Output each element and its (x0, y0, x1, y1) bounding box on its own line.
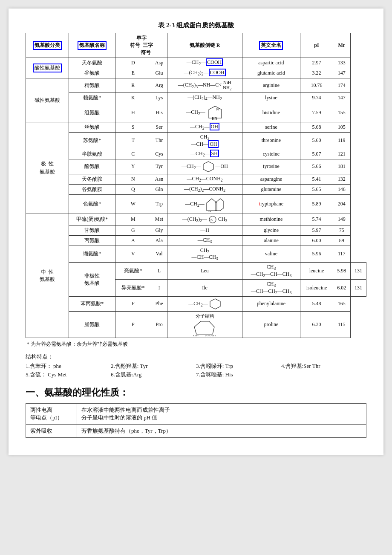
single-letter: L (151, 263, 167, 280)
table-title: 表 2-3 组成蛋白质的氨基酸 (26, 21, 366, 29)
three-letter: Gln (151, 184, 167, 194)
pI-val: 5.97 (300, 225, 333, 235)
single-letter: Y (115, 159, 151, 174)
side-chain: —CH2— —OH (167, 159, 242, 174)
english-name: tyrosine (242, 159, 300, 174)
english-name: histidine (242, 103, 300, 122)
side-chain: CH3 —CH—CH3 (167, 246, 242, 263)
category-header: 氨基酸分类 (33, 41, 62, 50)
struct-item-4: 4.含羟基:Ser Thr (281, 362, 366, 370)
english-name: glutamic acid (242, 68, 300, 78)
struct-item-3: 3.含吲哚环: Trp (196, 362, 281, 370)
Mr-val: 131 (350, 280, 366, 297)
aa-name: 甲硫(蛋)氨酸* (69, 214, 115, 225)
pI-val: 5.41 (300, 174, 333, 184)
prop-term-1: 两性电离等电点（pI） (26, 403, 77, 424)
single-letter: A (115, 235, 151, 246)
aa-name: 谷氨酰胺 (69, 184, 115, 194)
side-chain: —H (167, 225, 242, 235)
svg-marker-9 (210, 299, 220, 309)
side-chain: 分子结构 NH COOH (167, 311, 242, 338)
three-letter: Leu (167, 263, 242, 280)
aa-name: 脯氨酸 (69, 311, 115, 338)
three-letter: Arg (151, 78, 167, 93)
single-letter: Q (115, 184, 151, 194)
table-row: 酪氨酸 Y Tyr —CH2— —OH tyrosine 5.66 181 (26, 159, 366, 174)
main-heading: 一、氨基酸的理化性质： (26, 386, 366, 399)
side-chain: —CH2— H (167, 194, 242, 214)
three-letter: Gly (151, 225, 167, 235)
side-chain: —(CH2)3—NH—C< NiHNH2 (167, 78, 242, 93)
pI-val: 5.74 (300, 214, 333, 225)
side-chain: —CH2—SH (167, 149, 242, 159)
table-note: ＊为营养必需氨基酸；余为营养非必需氨基酸 (26, 341, 366, 348)
pI-val: 5.96 (300, 246, 333, 263)
page: 表 2-3 组成蛋白质的氨基酸 氨基酸分类 氨基酸名称 单字符号 三字 符号 氨… (9, 9, 383, 455)
aa-name: 赖氨酸* (69, 93, 115, 103)
single-letter: R (115, 78, 151, 93)
single-letter: W (115, 194, 151, 214)
pI-val: 5.89 (300, 194, 333, 214)
side-chain: —(CH2)4—NH2 (167, 93, 242, 103)
table-row: 丙氨酸 A Ala —CH3 alanine 6.00 89 (26, 235, 366, 246)
Mr-val: 155 (333, 103, 350, 122)
english-name: asparagine (242, 174, 300, 184)
table-row: 谷氨酰胺 Q Gln —(CH2)2—CONH2 glutamine 5.65 … (26, 184, 366, 194)
Mr-val: 147 (333, 93, 350, 103)
Mr-val: 131 (350, 263, 366, 280)
aa-name: 谷氨酸 (69, 68, 115, 78)
svg-text:N: N (216, 107, 219, 111)
table-row: 半胱氨酸 C Cys —CH2—SH cysteine 5.07 121 (26, 149, 366, 159)
pI-val: 7.59 (300, 103, 333, 122)
aa-name: 苏氨酸* (69, 133, 115, 149)
svg-text:S: S (210, 218, 213, 222)
side-chain: —CH2—COOH (167, 58, 242, 68)
struct-item-5: 5.含硫： Cys Met (26, 371, 111, 379)
pI-val: 9.74 (300, 93, 333, 103)
struct-item-2: 2.含酚羟基: Tyr (111, 362, 196, 370)
single-letter: H (115, 103, 151, 122)
english-name: leucine (300, 263, 333, 280)
pI-val: 5.98 (333, 263, 350, 280)
aa-name: 苯丙氨酸* (69, 296, 115, 311)
three-letter: Met (151, 214, 167, 225)
col-Mr: Mr (333, 33, 350, 58)
english-name: glutamine (242, 184, 300, 194)
prop-row-1: 两性电离等电点（pI） 在水溶液中能两性电离而成兼性离子分子呈电中性时的溶液的 … (26, 403, 366, 424)
sulfur-circle-svg: S (208, 215, 217, 224)
three-letter: Ala (151, 235, 167, 246)
aa-name: 丝氨酸 (69, 122, 115, 133)
three-letter: Ile (167, 280, 242, 297)
Mr-val: 147 (333, 68, 350, 78)
english-header: 英文全名 (259, 41, 283, 50)
svg-text:COOH: COOH (205, 335, 216, 336)
english-name: valine (242, 246, 300, 263)
three-letter: Tyr (151, 159, 167, 174)
svg-text:HN: HN (212, 116, 217, 121)
english-name: lysine (242, 93, 300, 103)
col-pI: pI (300, 33, 333, 58)
single-letter: S (115, 122, 151, 133)
three-letter: Phe (151, 296, 167, 311)
english-name: cysteine (242, 149, 300, 159)
phe-ring-svg (209, 298, 221, 310)
aa-name: 天冬酰胺 (69, 174, 115, 184)
three-letter: Val (151, 246, 167, 263)
single-letter: K (115, 93, 151, 103)
struct-title: 结构特点： (26, 353, 366, 361)
pI-val: 6.02 (333, 280, 350, 297)
single-letter: M (115, 214, 151, 225)
three-letter: Cys (151, 149, 167, 159)
aa-name: 组氨酸 (69, 103, 115, 122)
table-row: 缬氨酸* V Val CH3 —CH—CH3 valine 5.96 117 (26, 246, 366, 263)
aa-name: 缬氨酸* (69, 246, 115, 263)
side-chain: —CH2—OH (167, 122, 242, 133)
side-chain: —CH2—CONH2 (167, 174, 242, 184)
single-letter: I (151, 280, 167, 297)
aa-name: 色氨酸* (69, 194, 115, 214)
Mr-val: 121 (333, 149, 350, 159)
col-sidechain: 氨基酸侧链 R (167, 33, 242, 58)
table-row: 色氨酸* W Trp —CH2— H tryptophane 5.89 204 (26, 194, 366, 214)
three-letter: Lys (151, 93, 167, 103)
svg-text:H: H (208, 211, 211, 212)
